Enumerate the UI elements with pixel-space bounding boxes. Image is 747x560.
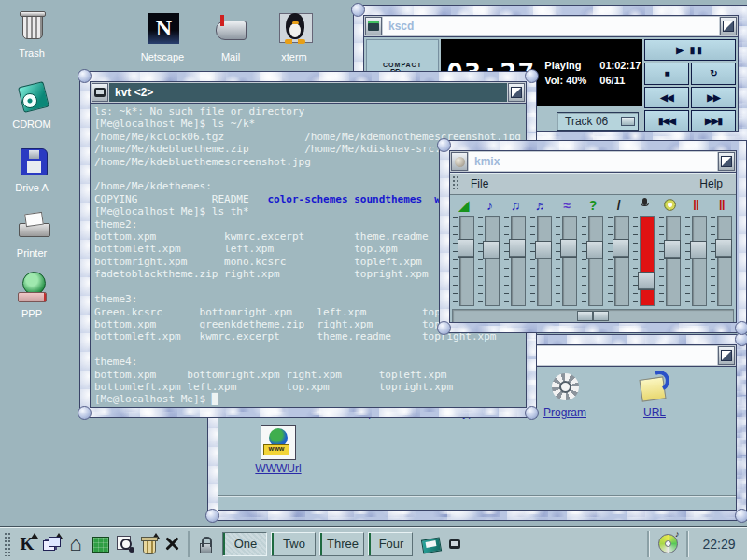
rec-right-slider-handle[interactable] — [715, 239, 732, 258]
kscd-tray-button[interactable] — [655, 532, 680, 556]
stop-button[interactable]: ■ — [644, 63, 689, 84]
pcm-slider-handle[interactable] — [560, 239, 577, 258]
rec-left-slider-handle[interactable] — [690, 241, 707, 259]
kill-window-button[interactable] — [161, 532, 185, 556]
track-selector[interactable]: Track 06 — [557, 112, 639, 131]
panel-drag-handle[interactable] — [4, 532, 11, 556]
line-icon: / — [609, 197, 629, 215]
channel-master[interactable]: ◢ — [451, 197, 477, 306]
desktop-icon-mail[interactable]: Mail — [197, 11, 264, 63]
trash-button[interactable] — [136, 532, 161, 556]
unknown-slider-handle[interactable] — [586, 241, 603, 259]
maximize-button[interactable] — [718, 346, 735, 365]
channel-bass[interactable]: ♪ — [477, 197, 503, 306]
pcm-slider[interactable] — [556, 216, 578, 306]
home-icon: ⌂ — [69, 534, 81, 554]
desktop-icon-drive-a[interactable]: Drive A — [0, 142, 65, 193]
previous-track-button[interactable]: ▮◀◀ — [644, 110, 689, 132]
desktop-button-three[interactable]: Three — [319, 532, 364, 556]
synth-slider[interactable] — [530, 216, 553, 306]
bass-slider[interactable] — [478, 216, 500, 306]
scroll-thumb-right[interactable] — [593, 311, 609, 321]
kmix-scrollbar[interactable] — [452, 309, 734, 323]
channel-rec-right[interactable]: ‖ — [709, 197, 735, 306]
toolbox-button[interactable] — [88, 532, 112, 556]
desktop-icon-trash[interactable]: Trash — [0, 7, 65, 59]
maximize-button[interactable] — [718, 152, 735, 171]
master-slider-handle[interactable] — [458, 239, 474, 258]
desktop-button-two[interactable]: Two — [271, 532, 316, 556]
next-track-button[interactable]: ▶▶▮ — [691, 110, 736, 132]
bass-slider-handle[interactable] — [483, 241, 500, 259]
menubar-drag-handle[interactable] — [452, 175, 459, 191]
rec-right-slider[interactable] — [711, 216, 733, 306]
k-menu-button[interactable]: K — [15, 532, 39, 556]
line-slider[interactable] — [608, 216, 630, 306]
channel-pcm[interactable]: ≈ — [555, 197, 581, 306]
kscd-titlebar[interactable]: kscd — [364, 16, 738, 37]
lock-screen-button[interactable] — [192, 532, 217, 556]
desktop-button-one[interactable]: One — [222, 532, 267, 556]
desktop-icon-xterm[interactable]: xterm — [261, 11, 328, 63]
synth-slider-handle[interactable] — [535, 241, 552, 259]
microphone-slider[interactable] — [633, 216, 655, 306]
kmix-window-menu-button[interactable] — [451, 152, 468, 171]
synth-icon: ♬ — [531, 197, 552, 215]
kscd-window-menu-button[interactable] — [365, 17, 382, 35]
printer-icon — [0, 207, 65, 245]
kfm-item-wwwurl[interactable]: WWWWWWUrl — [244, 425, 313, 475]
maximize-icon — [721, 350, 732, 361]
cd-slider-handle[interactable] — [664, 240, 681, 259]
kvt-titlebar[interactable]: kvt <2> — [91, 82, 526, 104]
channel-unknown[interactable]: ? — [580, 197, 606, 306]
master-slider[interactable] — [453, 216, 475, 306]
loop-button[interactable]: ↻ — [691, 63, 736, 84]
menu-file[interactable]: File — [465, 177, 494, 190]
help-book-button[interactable] — [418, 532, 443, 556]
desktop-icon-cdrom[interactable]: CDROM — [0, 78, 65, 130]
channel-rec-left[interactable]: ‖ — [684, 197, 710, 306]
desktop-icon-printer[interactable]: Printer — [0, 207, 65, 259]
desktop-icon-netscape[interactable]: N Netscape — [129, 11, 196, 63]
forward-button[interactable]: ▶▶ — [691, 87, 736, 108]
channel-line[interactable]: / — [606, 197, 632, 306]
popup-arrow-icon — [55, 529, 63, 539]
channel-treble[interactable]: ♫ — [502, 197, 529, 306]
line-slider-handle[interactable] — [613, 239, 629, 258]
channel-synth[interactable]: ♬ — [529, 197, 555, 306]
maximize-button[interactable] — [720, 17, 737, 35]
maximize-button[interactable] — [508, 83, 525, 102]
window-title: kvt <2> — [109, 83, 507, 102]
unknown-slider[interactable] — [582, 216, 604, 306]
kvt-window-menu-button[interactable] — [92, 83, 108, 102]
play-pause-button[interactable]: ▶ ▮▮ — [644, 39, 736, 61]
cd-slider[interactable] — [659, 216, 682, 306]
channel-microphone[interactable] — [631, 197, 657, 306]
kmix-titlebar[interactable]: kmix — [450, 151, 736, 173]
channel-cd[interactable] — [657, 197, 684, 306]
kfm-item-label[interactable]: URL — [620, 406, 689, 419]
kfm-item-program[interactable]: Program — [530, 371, 599, 419]
desktop-button-four[interactable]: Four — [368, 532, 413, 556]
kfm-item-label[interactable]: Program — [530, 406, 599, 419]
menu-help[interactable]: Help — [694, 177, 728, 190]
treble-slider-handle[interactable] — [509, 239, 526, 258]
window-list-button[interactable] — [39, 532, 63, 556]
panel-separator — [188, 531, 190, 557]
find-button[interactable] — [112, 532, 136, 556]
maximize-icon — [511, 87, 522, 98]
player-status: Playing — [544, 60, 586, 71]
globe-modem-icon — [0, 268, 65, 305]
desktop-icon-ppp[interactable]: PPP — [0, 268, 65, 319]
terminal-launcher-button[interactable] — [443, 532, 467, 556]
pager: OneTwoThreeFour — [222, 532, 413, 556]
kfm-item-label[interactable]: WWWUrl — [244, 462, 313, 475]
microphone-slider-handle[interactable] — [638, 272, 655, 290]
rewind-button[interactable]: ◀◀ — [644, 87, 689, 108]
scroll-thumb-left[interactable] — [577, 311, 593, 321]
home-button[interactable]: ⌂ — [63, 532, 88, 556]
terminal-icon — [94, 88, 106, 97]
kfm-item-url[interactable]: URL — [620, 371, 689, 419]
treble-slider[interactable] — [504, 216, 527, 306]
rec-left-slider[interactable] — [685, 216, 708, 306]
